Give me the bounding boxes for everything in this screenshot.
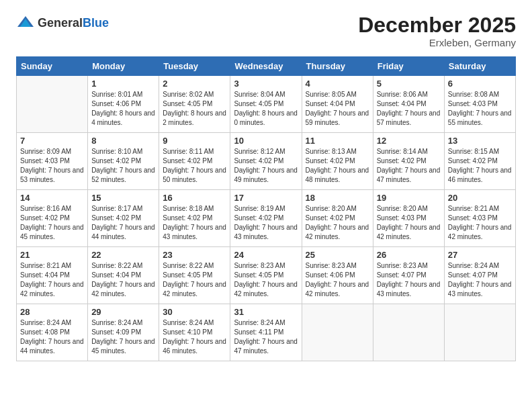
page-header: GeneralBlue December 2025 Erxleben, Germ… bbox=[16, 13, 516, 48]
day-info: Sunrise: 8:13 AMSunset: 4:02 PMDaylight:… bbox=[306, 147, 369, 185]
day-info: Sunrise: 8:24 AMSunset: 4:10 PMDaylight:… bbox=[163, 318, 226, 356]
calendar-cell bbox=[302, 304, 373, 361]
day-number: 31 bbox=[234, 307, 298, 317]
calendar-week-1: 1Sunrise: 8:01 AMSunset: 4:06 PMDaylight… bbox=[17, 76, 516, 133]
calendar-week-3: 14Sunrise: 8:16 AMSunset: 4:02 PMDayligh… bbox=[17, 190, 516, 247]
weekday-header-tuesday: Tuesday bbox=[159, 57, 230, 76]
calendar-cell: 31Sunrise: 8:24 AMSunset: 4:11 PMDayligh… bbox=[230, 304, 302, 361]
location: Erxleben, Germany bbox=[358, 37, 516, 48]
day-info: Sunrise: 8:20 AMSunset: 4:02 PMDaylight:… bbox=[306, 204, 369, 242]
weekday-header-friday: Friday bbox=[373, 57, 444, 76]
day-info: Sunrise: 8:05 AMSunset: 4:04 PMDaylight:… bbox=[306, 90, 369, 128]
calendar-cell: 19Sunrise: 8:20 AMSunset: 4:03 PMDayligh… bbox=[373, 190, 444, 247]
calendar-cell: 13Sunrise: 8:15 AMSunset: 4:02 PMDayligh… bbox=[444, 133, 515, 190]
calendar-cell: 3Sunrise: 8:04 AMSunset: 4:05 PMDaylight… bbox=[230, 76, 302, 133]
calendar-cell: 4Sunrise: 8:05 AMSunset: 4:04 PMDaylight… bbox=[302, 76, 373, 133]
calendar-cell: 24Sunrise: 8:23 AMSunset: 4:05 PMDayligh… bbox=[230, 247, 302, 304]
calendar-cell: 1Sunrise: 8:01 AMSunset: 4:06 PMDaylight… bbox=[88, 76, 159, 133]
day-number: 12 bbox=[377, 136, 441, 146]
calendar-cell: 18Sunrise: 8:20 AMSunset: 4:02 PMDayligh… bbox=[302, 190, 373, 247]
calendar-week-5: 28Sunrise: 8:24 AMSunset: 4:08 PMDayligh… bbox=[17, 304, 516, 361]
calendar-cell: 8Sunrise: 8:10 AMSunset: 4:02 PMDaylight… bbox=[88, 133, 159, 190]
calendar-cell: 12Sunrise: 8:14 AMSunset: 4:02 PMDayligh… bbox=[373, 133, 444, 190]
calendar-cell: 10Sunrise: 8:12 AMSunset: 4:02 PMDayligh… bbox=[230, 133, 302, 190]
calendar-cell: 7Sunrise: 8:09 AMSunset: 4:03 PMDaylight… bbox=[17, 133, 88, 190]
day-info: Sunrise: 8:16 AMSunset: 4:02 PMDaylight:… bbox=[20, 204, 84, 242]
calendar-cell bbox=[373, 304, 444, 361]
calendar-cell: 25Sunrise: 8:23 AMSunset: 4:06 PMDayligh… bbox=[302, 247, 373, 304]
day-info: Sunrise: 8:23 AMSunset: 4:07 PMDaylight:… bbox=[377, 261, 441, 299]
day-number: 26 bbox=[377, 250, 441, 260]
day-info: Sunrise: 8:22 AMSunset: 4:04 PMDaylight:… bbox=[91, 261, 155, 299]
day-number: 6 bbox=[448, 79, 512, 89]
calendar-cell: 29Sunrise: 8:24 AMSunset: 4:09 PMDayligh… bbox=[88, 304, 159, 361]
day-number: 27 bbox=[448, 250, 512, 260]
day-info: Sunrise: 8:01 AMSunset: 4:06 PMDaylight:… bbox=[91, 90, 155, 128]
day-number: 17 bbox=[234, 193, 298, 203]
calendar-cell: 6Sunrise: 8:08 AMSunset: 4:03 PMDaylight… bbox=[444, 76, 515, 133]
calendar-cell: 22Sunrise: 8:22 AMSunset: 4:04 PMDayligh… bbox=[88, 247, 159, 304]
day-info: Sunrise: 8:18 AMSunset: 4:02 PMDaylight:… bbox=[163, 204, 226, 242]
day-info: Sunrise: 8:24 AMSunset: 4:07 PMDaylight:… bbox=[448, 261, 512, 299]
day-number: 5 bbox=[377, 79, 441, 89]
calendar-cell: 27Sunrise: 8:24 AMSunset: 4:07 PMDayligh… bbox=[444, 247, 515, 304]
calendar-cell: 26Sunrise: 8:23 AMSunset: 4:07 PMDayligh… bbox=[373, 247, 444, 304]
day-info: Sunrise: 8:12 AMSunset: 4:02 PMDaylight:… bbox=[234, 147, 298, 185]
day-number: 13 bbox=[448, 136, 512, 146]
calendar-cell: 5Sunrise: 8:06 AMSunset: 4:04 PMDaylight… bbox=[373, 76, 444, 133]
day-number: 20 bbox=[448, 193, 512, 203]
weekday-header-saturday: Saturday bbox=[444, 57, 515, 76]
calendar-cell bbox=[17, 76, 88, 133]
calendar-cell: 21Sunrise: 8:21 AMSunset: 4:04 PMDayligh… bbox=[17, 247, 88, 304]
weekday-header-thursday: Thursday bbox=[302, 57, 373, 76]
day-number: 2 bbox=[163, 79, 226, 89]
weekday-header-row: SundayMondayTuesdayWednesdayThursdayFrid… bbox=[17, 57, 516, 76]
calendar-cell: 15Sunrise: 8:17 AMSunset: 4:02 PMDayligh… bbox=[88, 190, 159, 247]
weekday-header-wednesday: Wednesday bbox=[230, 57, 302, 76]
calendar-cell: 30Sunrise: 8:24 AMSunset: 4:10 PMDayligh… bbox=[159, 304, 230, 361]
calendar-cell: 2Sunrise: 8:02 AMSunset: 4:05 PMDaylight… bbox=[159, 76, 230, 133]
day-info: Sunrise: 8:21 AMSunset: 4:04 PMDaylight:… bbox=[20, 261, 84, 299]
day-number: 15 bbox=[91, 193, 155, 203]
day-number: 4 bbox=[306, 79, 369, 89]
day-number: 19 bbox=[377, 193, 441, 203]
day-info: Sunrise: 8:19 AMSunset: 4:02 PMDaylight:… bbox=[234, 204, 298, 242]
logo-general: GeneralBlue bbox=[38, 17, 109, 30]
day-info: Sunrise: 8:17 AMSunset: 4:02 PMDaylight:… bbox=[91, 204, 155, 242]
day-info: Sunrise: 8:02 AMSunset: 4:05 PMDaylight:… bbox=[163, 90, 226, 128]
weekday-header-monday: Monday bbox=[88, 57, 159, 76]
day-number: 23 bbox=[163, 250, 226, 260]
day-number: 11 bbox=[306, 136, 369, 146]
calendar-week-2: 7Sunrise: 8:09 AMSunset: 4:03 PMDaylight… bbox=[17, 133, 516, 190]
calendar-cell: 11Sunrise: 8:13 AMSunset: 4:02 PMDayligh… bbox=[302, 133, 373, 190]
month-title: December 2025 bbox=[358, 13, 516, 37]
calendar-table: SundayMondayTuesdayWednesdayThursdayFrid… bbox=[16, 56, 516, 361]
day-info: Sunrise: 8:23 AMSunset: 4:05 PMDaylight:… bbox=[234, 261, 298, 299]
day-info: Sunrise: 8:22 AMSunset: 4:05 PMDaylight:… bbox=[163, 261, 226, 299]
calendar-cell: 17Sunrise: 8:19 AMSunset: 4:02 PMDayligh… bbox=[230, 190, 302, 247]
day-info: Sunrise: 8:15 AMSunset: 4:02 PMDaylight:… bbox=[448, 147, 512, 185]
calendar-cell: 23Sunrise: 8:22 AMSunset: 4:05 PMDayligh… bbox=[159, 247, 230, 304]
day-number: 10 bbox=[234, 136, 298, 146]
day-number: 1 bbox=[91, 79, 155, 89]
logo: GeneralBlue bbox=[16, 13, 109, 32]
day-info: Sunrise: 8:04 AMSunset: 4:05 PMDaylight:… bbox=[234, 90, 298, 128]
day-info: Sunrise: 8:11 AMSunset: 4:02 PMDaylight:… bbox=[163, 147, 226, 185]
day-number: 9 bbox=[163, 136, 226, 146]
calendar-week-4: 21Sunrise: 8:21 AMSunset: 4:04 PMDayligh… bbox=[17, 247, 516, 304]
day-info: Sunrise: 8:23 AMSunset: 4:06 PMDaylight:… bbox=[306, 261, 369, 299]
day-info: Sunrise: 8:20 AMSunset: 4:03 PMDaylight:… bbox=[377, 204, 441, 242]
day-info: Sunrise: 8:09 AMSunset: 4:03 PMDaylight:… bbox=[20, 147, 84, 185]
day-number: 21 bbox=[20, 250, 84, 260]
day-number: 24 bbox=[234, 250, 298, 260]
day-number: 29 bbox=[91, 307, 155, 317]
logo-icon bbox=[16, 13, 35, 32]
day-info: Sunrise: 8:21 AMSunset: 4:03 PMDaylight:… bbox=[448, 204, 512, 242]
day-info: Sunrise: 8:24 AMSunset: 4:11 PMDaylight:… bbox=[234, 318, 298, 356]
day-number: 7 bbox=[20, 136, 84, 146]
calendar-cell bbox=[444, 304, 515, 361]
calendar-cell: 16Sunrise: 8:18 AMSunset: 4:02 PMDayligh… bbox=[159, 190, 230, 247]
day-info: Sunrise: 8:10 AMSunset: 4:02 PMDaylight:… bbox=[91, 147, 155, 185]
day-info: Sunrise: 8:24 AMSunset: 4:09 PMDaylight:… bbox=[91, 318, 155, 356]
day-number: 28 bbox=[20, 307, 84, 317]
